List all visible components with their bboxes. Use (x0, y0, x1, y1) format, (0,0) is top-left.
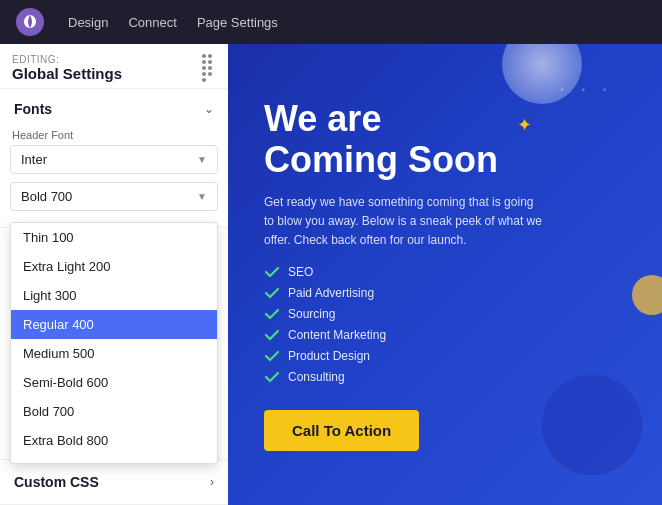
sidebar-header-text: EDITING: Global Settings (12, 54, 122, 82)
list-item-seo: SEO (264, 264, 626, 280)
preview-panel: ✦ · · · We are Coming Soon Get ready we … (228, 44, 662, 505)
preview-content: We are Coming Soon Get ready we have som… (264, 98, 626, 451)
topbar-nav: Design Connect Page Settings (68, 11, 278, 34)
preview-subtitle: Get ready we have something coming that … (264, 193, 544, 251)
check-icon-paid (264, 285, 280, 301)
sidebar-header: EDITING: Global Settings (0, 44, 228, 89)
fonts-collapse-icon: ⌄ (204, 102, 214, 116)
dropdown-option-semibold[interactable]: Semi-Bold 600 (11, 368, 217, 397)
list-item-consulting: Consulting (264, 369, 626, 385)
fonts-section: Fonts ⌄ Header Font Inter ▼ Bold 700 ▼ (0, 89, 228, 228)
dropdown-option-bold[interactable]: Bold 700 (11, 397, 217, 426)
list-item-paid: Paid Advertising (264, 285, 626, 301)
custom-css-section-title: Custom CSS (14, 474, 99, 490)
font-family-select[interactable]: Inter ▼ (10, 145, 218, 174)
font-weight-value: Bold 700 (21, 189, 72, 204)
fonts-section-content: Header Font Inter ▼ Bold 700 ▼ (0, 129, 228, 227)
fonts-section-title: Fonts (14, 101, 52, 117)
editing-label: EDITING: (12, 54, 122, 65)
check-icon-product (264, 348, 280, 364)
font-family-chevron: ▼ (197, 154, 207, 165)
cta-button[interactable]: Call To Action (264, 410, 419, 451)
preview-title-line1: We are (264, 98, 381, 139)
font-weight-dropdown: Thin 100 Extra Light 200 Light 300 Regul… (10, 222, 218, 464)
custom-css-expand-icon: › (210, 475, 214, 489)
font-weight-select[interactable]: Bold 700 ▼ (10, 182, 218, 211)
preview-title: We are Coming Soon (264, 98, 626, 181)
sidebar: EDITING: Global Settings Fonts ⌄ Header … (0, 44, 228, 505)
preview-title-line2: Coming Soon (264, 139, 498, 180)
nav-connect[interactable]: Connect (128, 11, 176, 34)
list-item-product: Product Design (264, 348, 626, 364)
grid-dots-icon[interactable] (202, 54, 216, 82)
dropdown-option-extralight[interactable]: Extra Light 200 (11, 252, 217, 281)
dropdown-option-regular[interactable]: Regular 400 (11, 310, 217, 339)
check-icon-seo (264, 264, 280, 280)
custom-css-section[interactable]: Custom CSS › (0, 460, 228, 505)
font-family-value: Inter (21, 152, 47, 167)
dropdown-option-black[interactable]: Black 900 (11, 455, 217, 463)
preview-list: SEO Paid Advertising Sourcing (264, 264, 626, 390)
font-weight-chevron: ▼ (197, 191, 207, 202)
global-settings-title: Global Settings (12, 65, 122, 82)
logo (16, 8, 44, 36)
check-icon-sourcing (264, 306, 280, 322)
dropdown-option-thin[interactable]: Thin 100 (11, 223, 217, 252)
dropdown-scroll: Thin 100 Extra Light 200 Light 300 Regul… (11, 223, 217, 463)
main-area: EDITING: Global Settings Fonts ⌄ Header … (0, 44, 662, 505)
topbar: Design Connect Page Settings (0, 0, 662, 44)
dropdown-option-light[interactable]: Light 300 (11, 281, 217, 310)
list-item-content: Content Marketing (264, 327, 626, 343)
bg-circle-3 (632, 275, 662, 315)
header-font-label: Header Font (10, 129, 218, 141)
dropdown-option-extrabold[interactable]: Extra Bold 800 (11, 426, 217, 455)
nav-page-settings[interactable]: Page Settings (197, 11, 278, 34)
nav-design[interactable]: Design (68, 11, 108, 34)
dropdown-option-medium[interactable]: Medium 500 (11, 339, 217, 368)
check-icon-content (264, 327, 280, 343)
list-item-sourcing: Sourcing (264, 306, 626, 322)
fonts-section-header[interactable]: Fonts ⌄ (0, 89, 228, 129)
check-icon-consulting (264, 369, 280, 385)
